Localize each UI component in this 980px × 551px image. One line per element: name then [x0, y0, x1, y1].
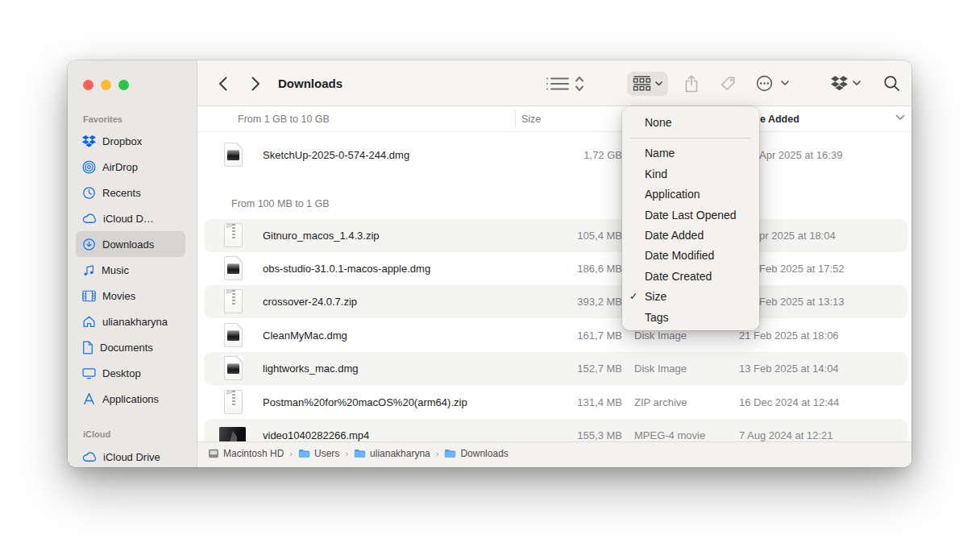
forward-button[interactable]: [247, 60, 264, 106]
clock-icon: [82, 186, 96, 200]
menu-item-kind[interactable]: Kind: [622, 164, 759, 184]
disk-image-icon: [224, 323, 243, 347]
column-header-row: From 1 GB to 10 GB Size e Added: [197, 106, 911, 132]
sidebar-item-movies[interactable]: Movies: [76, 283, 185, 309]
file-row[interactable]: lightworks_mac.dmg 152,7 MB Disk Image 1…: [204, 352, 907, 385]
path-segment-ulianakharyna[interactable]: ulianakharyna: [354, 448, 430, 459]
file-size: 105,4 MB: [504, 219, 622, 252]
file-kind: Disk Image: [634, 352, 687, 385]
sidebar-item-label: Recents: [102, 187, 141, 199]
sidebar-item-label: AirDrop: [102, 161, 138, 173]
favorites-section: Favorites Dropbox AirDrop Recents iCloud…: [76, 110, 185, 412]
traffic-lights: [83, 80, 129, 90]
more-options-button[interactable]: [754, 60, 774, 106]
sidebar-item-documents[interactable]: Documents: [76, 334, 185, 360]
group-header-2: From 100 MB to 1 GB: [231, 194, 330, 213]
file-size: 1,72 GB: [504, 139, 622, 172]
sidebar-item-applications[interactable]: Applications: [76, 386, 185, 412]
menu-item-size[interactable]: ✓Size: [622, 287, 759, 307]
dropbox-toolbar-button[interactable]: [829, 60, 849, 106]
sidebar-item-home[interactable]: ulianakharyna: [76, 309, 185, 334]
file-name: obs-studio-31.0.1-macos-apple.dmg: [263, 252, 430, 285]
menu-item-tags[interactable]: Tags: [622, 308, 759, 328]
file-row[interactable]: SketchUp-2025-0-574-244.dmg 1,72 GB Apr …: [204, 139, 907, 172]
sidebar-item-music[interactable]: Music: [76, 257, 185, 283]
close-button[interactable]: [83, 80, 93, 90]
file-size: 131,4 MB: [504, 386, 622, 419]
back-button[interactable]: [214, 60, 231, 106]
checkmark-icon: ✓: [629, 287, 637, 307]
sidebar-item-downloads[interactable]: Downloads: [76, 231, 185, 257]
sidebar-item-desktop[interactable]: Desktop: [76, 360, 185, 386]
ellipsis-circle-icon: [756, 75, 773, 92]
group-header-1: From 1 GB to 10 GB: [238, 106, 330, 132]
file-date-added: Feb 2025 at 17:52: [759, 252, 845, 285]
disk-image-icon: [224, 256, 243, 280]
file-date-added: Apr 2025 at 16:39: [759, 139, 842, 172]
window-title: Downloads: [278, 60, 343, 106]
file-name: Gitnuro_macos_1.4.3.zip: [263, 219, 380, 252]
path-segment-macintosh-hd[interactable]: Macintosh HD: [208, 448, 284, 459]
folder-icon: [444, 449, 456, 458]
document-icon: [82, 341, 93, 354]
file-row[interactable]: Gitnuro_macos_1.4.3.zip 105,4 MB pr 2025…: [204, 219, 907, 252]
file-row[interactable]: obs-studio-31.0.1-macos-apple.dmg 186,6 …: [204, 252, 907, 285]
path-segment-users[interactable]: Users: [298, 448, 339, 459]
favorites-label: Favorites: [76, 110, 185, 128]
applications-icon: [82, 392, 96, 405]
path-separator: ›: [289, 449, 293, 458]
folder-icon: [354, 449, 366, 458]
chevron-down-icon[interactable]: [779, 60, 791, 106]
desktop-icon: [82, 367, 96, 379]
zip-file-icon: [224, 390, 243, 414]
group-by-menu: None Name Kind Application Date Last Ope…: [622, 106, 759, 330]
file-name: Postman%20for%20macOS%20(arm64).zip: [263, 386, 467, 419]
sidebar-item-recents[interactable]: Recents: [76, 180, 185, 205]
size-column-header[interactable]: Size: [521, 106, 541, 132]
sidebar-item-dropbox[interactable]: Dropbox: [76, 128, 185, 154]
file-row[interactable]: CleanMyMac.dmg 161,7 MB Disk Image 21 Fe…: [204, 319, 907, 352]
date-added-column-header[interactable]: e Added: [760, 106, 799, 132]
zip-file-icon: [224, 289, 243, 313]
path-segment-downloads[interactable]: Downloads: [444, 448, 508, 459]
file-date-added: 13 Feb 2025 at 14:04: [739, 352, 839, 385]
sidebar-item-label: iCloud Drive: [103, 451, 160, 463]
menu-item-date-modified[interactable]: Date Modified: [622, 246, 759, 266]
list-view-sort-icon: [546, 76, 589, 92]
sort-direction-icon[interactable]: [895, 114, 905, 121]
menu-item-date-last-opened[interactable]: Date Last Opened: [622, 205, 759, 226]
menu-item-none[interactable]: None: [622, 113, 759, 133]
sidebar-item-airdrop[interactable]: AirDrop: [76, 154, 185, 180]
path-bar: Macintosh HD › Users › ulianakharyna › D…: [197, 441, 911, 467]
share-button[interactable]: [682, 60, 701, 106]
file-row[interactable]: Postman%20for%20macOS%20(arm64).zip 131,…: [204, 386, 907, 419]
sidebar-item-label: Movies: [102, 290, 135, 302]
tag-button[interactable]: [718, 60, 737, 106]
path-separator: ›: [436, 449, 439, 458]
sidebar-item-label: Desktop: [102, 367, 141, 379]
sidebar-item-icloud-drive[interactable]: iCloud Drive: [76, 444, 185, 467]
sidebar-item-icloud-d[interactable]: iCloud D…: [76, 205, 185, 231]
file-kind: ZIP archive: [634, 386, 687, 419]
view-options-button[interactable]: [544, 60, 591, 106]
group-by-button[interactable]: [627, 72, 668, 96]
file-row[interactable]: crossover-24.0.7.zip 393,2 MB Feb 2025 a…: [204, 285, 907, 318]
group-by-icon: [633, 76, 651, 92]
zoom-button[interactable]: [118, 80, 129, 90]
chevron-down-icon[interactable]: [851, 60, 862, 106]
menu-item-date-added[interactable]: Date Added: [622, 226, 759, 246]
menu-item-date-created[interactable]: Date Created: [622, 267, 759, 287]
home-icon: [82, 315, 96, 328]
finder-window: Favorites Dropbox AirDrop Recents iCloud…: [68, 60, 911, 467]
sidebar-item-label: Dropbox: [102, 135, 142, 147]
search-icon: [883, 75, 900, 92]
download-circle-icon: [82, 238, 96, 251]
menu-item-name[interactable]: Name: [622, 143, 759, 164]
sidebar-item-label: Applications: [102, 393, 159, 405]
search-button[interactable]: [881, 60, 902, 106]
sidebar-item-label: iCloud D…: [103, 213, 154, 225]
disk-image-icon: [224, 143, 243, 167]
file-size: 161,7 MB: [504, 319, 622, 352]
menu-item-application[interactable]: Application: [622, 184, 759, 205]
minimize-button[interactable]: [101, 80, 111, 90]
